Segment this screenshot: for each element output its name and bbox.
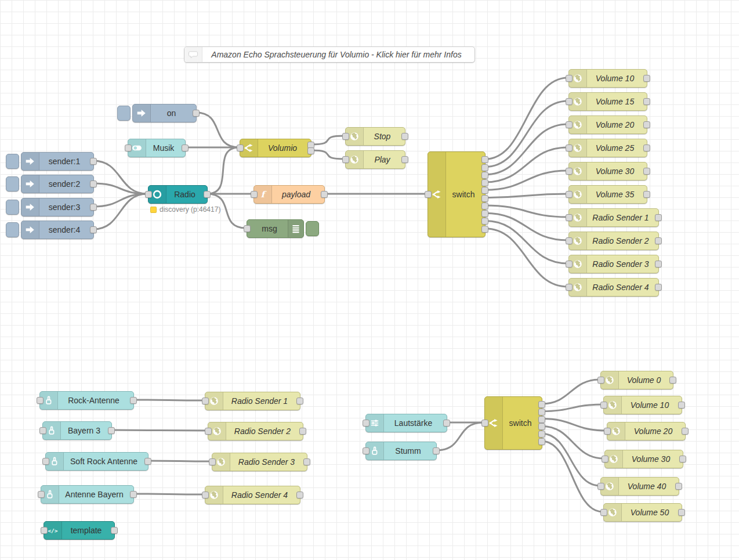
output-port[interactable] — [182, 144, 189, 151]
node-function-payload[interactable]: fpayload — [253, 185, 325, 204]
input-port[interactable] — [237, 144, 244, 151]
wire-switch-main-to-volumio-volume-10[interactable] — [485, 78, 568, 159]
node-inject-sender-4[interactable]: sender:4 — [21, 221, 94, 239]
output-port[interactable] — [481, 187, 488, 194]
node-set-radio-sender-4[interactable]: Radio Sender 4 — [205, 486, 300, 504]
output-port[interactable] — [299, 428, 306, 435]
wire-switch-volumio-to-volumio-play[interactable] — [311, 150, 345, 159]
output-port[interactable] — [481, 203, 488, 209]
node-in-stumm[interactable]: Stumm — [365, 442, 437, 460]
output-port[interactable] — [401, 156, 408, 163]
node-comment-info[interactable]: Amazon Echo Sprachsteuerung für Volumio … — [184, 46, 475, 63]
input-port[interactable] — [342, 133, 349, 140]
output-port[interactable] — [130, 491, 137, 498]
node-debug-msg[interactable]: msg — [247, 219, 304, 238]
input-port[interactable] — [600, 509, 607, 516]
wire-switch-volume-to-volumio-volume-20-b[interactable] — [542, 419, 606, 431]
node-template[interactable]: </>template — [44, 521, 115, 540]
node-volumio-radio-sender-2[interactable]: Radio Sender 2 — [568, 232, 659, 250]
wire-switch-main-to-volumio-radio-sender-1[interactable] — [485, 205, 568, 217]
output-port[interactable] — [538, 431, 545, 438]
input-port[interactable] — [566, 214, 573, 221]
input-port[interactable] — [566, 191, 573, 198]
wire-switch-volume-to-volumio-volume-50-b[interactable] — [542, 441, 603, 512]
input-port[interactable] — [39, 427, 46, 434]
input-port[interactable] — [205, 428, 212, 435]
output-port[interactable] — [193, 110, 200, 117]
input-port[interactable] — [202, 492, 209, 498]
inject-button[interactable] — [117, 106, 131, 121]
output-port[interactable] — [296, 492, 303, 498]
input-port[interactable] — [342, 156, 349, 163]
node-in-soft-rock-antenne[interactable]: Soft Rock Antenne — [45, 452, 148, 471]
input-port[interactable] — [125, 144, 132, 151]
wire-echo-radio-to-switch-volumio[interactable] — [207, 147, 239, 194]
input-port[interactable] — [244, 225, 251, 232]
output-port[interactable] — [643, 121, 650, 128]
output-port[interactable] — [643, 191, 650, 198]
output-port[interactable] — [481, 164, 488, 171]
input-port[interactable] — [566, 144, 573, 151]
output-port[interactable] — [643, 168, 650, 175]
output-port[interactable] — [481, 226, 488, 233]
wire-in-rock-antenne-to-set-radio-sender-1[interactable] — [133, 400, 204, 400]
node-inject-on[interactable]: on — [132, 104, 197, 122]
input-port[interactable] — [566, 237, 573, 244]
output-port[interactable] — [538, 401, 545, 408]
input-port[interactable] — [566, 121, 573, 128]
output-port[interactable] — [655, 261, 662, 268]
input-port[interactable] — [597, 483, 604, 490]
node-volumio-radio-sender-3[interactable]: Radio Sender 3 — [568, 255, 659, 273]
inject-button[interactable] — [6, 176, 19, 192]
inject-button[interactable] — [6, 154, 19, 169]
input-port[interactable] — [42, 458, 49, 465]
node-inject-sender-3[interactable]: sender:3 — [21, 198, 94, 216]
wire-inject-on-to-switch-volumio[interactable] — [196, 113, 239, 147]
output-port[interactable] — [111, 527, 118, 534]
node-volumio-stop[interactable]: Stop — [345, 127, 405, 146]
node-switch-volumio[interactable]: Volumio — [240, 139, 311, 157]
output-port[interactable] — [90, 204, 97, 211]
node-in-rock-antenne[interactable]: Rock-Antenne — [39, 391, 134, 410]
node-volumio-volume-30[interactable]: Volume 30 — [568, 162, 647, 180]
node-volumio-play[interactable]: Play — [345, 150, 405, 169]
wire-in-antenne-bayern-to-set-radio-sender-4[interactable] — [133, 494, 204, 494]
node-volumio-radio-sender-4[interactable]: Radio Sender 4 — [568, 278, 659, 297]
node-inject-sender-1[interactable]: sender:1 — [21, 152, 94, 171]
node-volumio-volume-10[interactable]: Volume 10 — [568, 69, 647, 88]
input-port[interactable] — [38, 491, 45, 498]
node-set-radio-sender-2[interactable]: Radio Sender 2 — [208, 422, 303, 440]
output-port[interactable] — [678, 509, 685, 516]
output-port[interactable] — [401, 133, 408, 140]
output-port[interactable] — [307, 147, 314, 154]
input-port[interactable] — [41, 527, 48, 534]
input-port[interactable] — [363, 420, 370, 427]
node-volumio-volume-10-b[interactable]: Volume 10 — [603, 396, 682, 414]
wire-switch-main-to-volumio-radio-sender-4[interactable] — [485, 229, 568, 287]
output-port[interactable] — [643, 144, 650, 151]
input-port[interactable] — [566, 168, 573, 175]
node-volumio-volume-30-b[interactable]: Volume 30 — [604, 450, 683, 468]
output-port[interactable] — [538, 423, 545, 430]
node-volumio-volume-40-b[interactable]: Volume 40 — [600, 477, 679, 496]
output-port[interactable] — [643, 98, 650, 105]
node-volumio-volume-35[interactable]: Volume 35 — [568, 185, 647, 204]
wire-inject-sender-4-to-echo-radio[interactable] — [93, 194, 147, 229]
node-volumio-volume-20-b[interactable]: Volume 20 — [607, 422, 686, 440]
node-echo-radio[interactable]: Radiodiscovery (p:46417) — [148, 185, 208, 204]
output-port[interactable] — [144, 458, 151, 465]
output-port[interactable] — [481, 218, 488, 225]
output-port[interactable] — [90, 180, 97, 187]
output-port[interactable] — [643, 75, 650, 82]
output-port[interactable] — [481, 195, 488, 202]
output-port[interactable] — [655, 237, 662, 244]
output-port[interactable] — [675, 483, 682, 490]
output-port[interactable] — [682, 428, 689, 435]
inject-button[interactable] — [6, 200, 19, 215]
input-port[interactable] — [566, 284, 573, 291]
output-port[interactable] — [538, 416, 545, 423]
output-port[interactable] — [443, 420, 450, 427]
input-port[interactable] — [145, 191, 152, 198]
output-port[interactable] — [204, 191, 211, 198]
output-port[interactable] — [321, 191, 328, 198]
